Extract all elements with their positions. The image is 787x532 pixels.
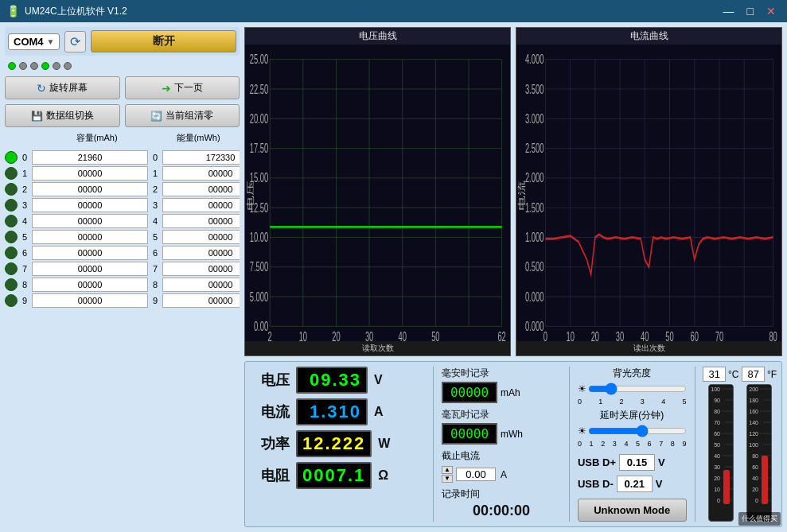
svg-text:60: 60 xyxy=(752,464,758,470)
resistance-row: 电阻 0007.1 Ω xyxy=(250,462,425,489)
row-cap-6 xyxy=(32,246,148,260)
svg-text:30: 30 xyxy=(714,464,720,470)
svg-text:0.000: 0.000 xyxy=(525,289,544,305)
usb-dp-value: 0.15 xyxy=(619,454,655,471)
maximize-button[interactable]: □ xyxy=(742,5,758,17)
table-row: 0 0 xyxy=(5,150,240,165)
row-energy-7 xyxy=(162,262,240,276)
usb-dm-unit: V xyxy=(656,478,663,490)
backlight-slider[interactable] xyxy=(588,385,687,393)
resistance-unit: Ω xyxy=(378,468,388,483)
voltage-display: 09.33 xyxy=(296,367,368,394)
row-spacer-4: 4 xyxy=(151,216,159,226)
row-index-9: 9 xyxy=(21,296,29,305)
svg-text:5.000: 5.000 xyxy=(250,289,269,305)
clear-group-button[interactable]: 🔄 当前组清零 xyxy=(125,104,240,127)
delay-sun-icon: ☀ xyxy=(578,425,586,437)
power-unit: W xyxy=(378,437,390,451)
svg-text:3.500: 3.500 xyxy=(525,82,544,97)
row-index-5: 5 xyxy=(21,232,29,242)
mah-section: 毫安时记录 mAh 毫瓦时记录 mWh 截止电流 xyxy=(442,367,561,522)
close-button[interactable]: ✕ xyxy=(762,5,781,17)
thermometer-celsius: 100 90 80 70 60 50 40 30 20 10 0 xyxy=(708,384,734,522)
row-energy-8 xyxy=(162,278,240,292)
row-cap-0 xyxy=(32,150,148,165)
power-display: 12.222 xyxy=(296,430,372,457)
temp-celsius-value: 31 xyxy=(703,367,725,382)
svg-text:50: 50 xyxy=(665,329,674,341)
svg-text:17.50: 17.50 xyxy=(250,141,269,156)
refresh-button[interactable]: ⟳ xyxy=(64,31,86,52)
app-title: UM24C上位机软件 V1.2 xyxy=(25,5,127,18)
svg-text:60: 60 xyxy=(691,329,699,341)
svg-text:50: 50 xyxy=(714,442,720,448)
next-label: 下一页 xyxy=(174,81,203,95)
row-cap-9 xyxy=(32,293,148,308)
delay-slider[interactable] xyxy=(588,427,687,435)
unknown-mode-button[interactable]: Unknown Mode xyxy=(578,499,687,522)
svg-text:20: 20 xyxy=(752,487,758,492)
switch-group-button[interactable]: 💾 数据组切换 xyxy=(5,104,120,127)
usb-dm-label: USB D- xyxy=(578,478,614,490)
resistance-label: 电阻 xyxy=(250,466,290,485)
thermometer-fahrenheit: 200 180 160 140 120 100 80 60 40 20 0 xyxy=(746,384,772,522)
com-port-arrow[interactable]: ▼ xyxy=(47,37,55,46)
svg-text:180: 180 xyxy=(750,398,759,403)
cutoff-down-button[interactable]: ▼ xyxy=(442,475,453,483)
rotate-button[interactable]: ↻ 旋转屏幕 xyxy=(5,76,120,99)
row-energy-2 xyxy=(162,182,240,196)
indicator-dot-1 xyxy=(19,62,27,70)
svg-text:80: 80 xyxy=(714,409,720,414)
next-page-button[interactable]: ➜ 下一页 xyxy=(125,76,240,99)
svg-text:30: 30 xyxy=(616,329,625,341)
power-row: 功率 12.222 W xyxy=(250,430,425,457)
row-cap-4 xyxy=(32,214,148,228)
svg-text:0: 0 xyxy=(755,498,758,503)
cutoff-up-button[interactable]: ▲ xyxy=(442,466,453,474)
row-spacer-9: 9 xyxy=(151,296,159,305)
mah-unit: mAh xyxy=(501,387,520,398)
voltage-chart-xlabel: 读取次数 xyxy=(245,341,510,355)
disconnect-button[interactable]: 断开 xyxy=(91,30,236,52)
table-row: 2 2 xyxy=(5,182,240,196)
svg-text:1.500: 1.500 xyxy=(525,200,544,216)
svg-text:100: 100 xyxy=(750,442,759,448)
mwh-value xyxy=(442,423,497,445)
svg-text:90: 90 xyxy=(714,398,720,403)
svg-text:140: 140 xyxy=(750,420,759,425)
svg-text:40: 40 xyxy=(714,453,720,459)
com-port-selector[interactable]: COM4 ▼ xyxy=(8,33,60,50)
row-energy-6 xyxy=(162,246,240,260)
svg-text:20.00: 20.00 xyxy=(250,111,269,126)
row-index-1: 1 xyxy=(21,169,29,178)
mwh-label: 毫瓦时记录 xyxy=(442,408,561,421)
rotate-label: 旋转屏幕 xyxy=(49,81,88,95)
table-row: 9 9 xyxy=(5,293,240,308)
switch-group-label: 数据组切换 xyxy=(46,109,94,122)
svg-text:40: 40 xyxy=(752,476,758,481)
app-icon: 🔋 xyxy=(6,5,20,17)
minimize-button[interactable]: — xyxy=(719,5,739,17)
svg-text:0.00: 0.00 xyxy=(254,319,269,334)
indicator-row xyxy=(5,60,240,72)
cutoff-value xyxy=(456,468,496,481)
temperature-section: 31 °C xyxy=(703,367,777,522)
row-dot-4 xyxy=(5,215,18,227)
svg-text:80: 80 xyxy=(769,329,777,341)
backlight-nums: 012345 xyxy=(578,398,687,406)
row-index-3: 3 xyxy=(21,200,29,210)
temp-celsius-unit: °C xyxy=(728,369,738,380)
row-spacer-5: 5 xyxy=(151,232,159,242)
row-cap-2 xyxy=(32,182,148,196)
row-index-7: 7 xyxy=(21,264,29,274)
record-time-value: 00:00:00 xyxy=(442,503,561,519)
watermark: 什么值得买 xyxy=(738,512,781,526)
row-dot-7 xyxy=(5,262,18,275)
row-spacer-1: 1 xyxy=(151,169,159,178)
svg-text:70: 70 xyxy=(714,420,720,425)
current-row: 电流 1.310 A xyxy=(250,398,425,425)
table-row: 4 4 xyxy=(5,214,240,228)
svg-text:25.00: 25.00 xyxy=(250,52,269,67)
clear-group-label: 当前组清零 xyxy=(166,109,213,122)
svg-text:20: 20 xyxy=(714,476,720,481)
